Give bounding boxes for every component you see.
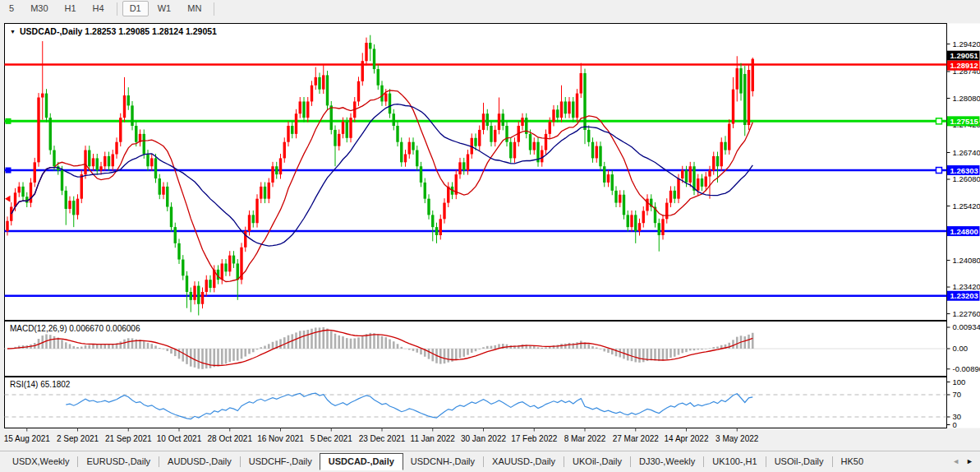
candle[interactable] (732, 90, 734, 124)
candle[interactable] (408, 142, 411, 155)
candle[interactable] (724, 142, 726, 150)
candle[interactable] (373, 49, 375, 69)
candle[interactable] (439, 219, 442, 235)
candle[interactable] (642, 211, 645, 223)
candle[interactable] (237, 263, 239, 280)
candle[interactable] (736, 68, 738, 90)
candle[interactable] (131, 105, 133, 126)
candle[interactable] (404, 154, 407, 162)
candle[interactable] (135, 126, 137, 142)
candle[interactable] (318, 77, 320, 90)
candle[interactable] (596, 146, 598, 159)
candle[interactable] (30, 183, 32, 203)
candle[interactable] (174, 227, 177, 243)
candle[interactable] (627, 215, 629, 227)
candle[interactable] (748, 70, 750, 125)
tab-usdchf[interactable]: USDCHF-,Daily (242, 454, 320, 470)
candle[interactable] (260, 187, 262, 199)
candle[interactable] (88, 150, 90, 167)
candle[interactable] (494, 130, 496, 142)
candle[interactable] (84, 150, 86, 175)
candle[interactable] (689, 166, 692, 183)
candle[interactable] (252, 215, 255, 223)
candle[interactable] (279, 158, 282, 174)
candle[interactable] (572, 101, 574, 118)
candle[interactable] (369, 43, 371, 49)
candle[interactable] (342, 122, 344, 134)
candle[interactable] (224, 263, 227, 271)
tab-eurusd[interactable]: EURUSD-,Daily (79, 454, 158, 470)
candle[interactable] (646, 199, 648, 211)
tab-audusd[interactable]: AUDUSD-,Daily (160, 454, 239, 470)
candle[interactable] (752, 59, 754, 91)
tab-usdcad[interactable]: USDCAD-,Daily (320, 453, 403, 470)
candle[interactable] (322, 75, 324, 89)
candle[interactable] (302, 101, 305, 118)
candle[interactable] (384, 94, 387, 102)
tab-dj30[interactable]: DJ30-,Weekly (632, 454, 702, 470)
candle[interactable] (587, 130, 590, 142)
candle[interactable] (221, 263, 223, 280)
timeframe-button-d1[interactable]: D1 (122, 1, 149, 16)
candle[interactable] (123, 95, 126, 118)
candle[interactable] (81, 174, 83, 199)
tab-usdcnh[interactable]: USDCNH-,Daily (403, 454, 482, 470)
candle[interactable] (607, 174, 610, 183)
candle[interactable] (708, 170, 711, 176)
candle[interactable] (248, 215, 251, 231)
candle[interactable] (583, 73, 586, 130)
candle[interactable] (61, 170, 63, 191)
candle[interactable] (232, 256, 235, 264)
candle[interactable] (638, 223, 641, 231)
candle[interactable] (498, 113, 500, 130)
candle[interactable] (576, 94, 578, 118)
candle[interactable] (529, 134, 531, 150)
candle[interactable] (513, 142, 516, 159)
candle[interactable] (177, 243, 180, 260)
candle[interactable] (486, 113, 489, 126)
candle[interactable] (393, 113, 395, 126)
candle[interactable] (228, 256, 231, 272)
candle[interactable] (739, 68, 742, 94)
candle[interactable] (99, 166, 102, 170)
candle[interactable] (143, 134, 145, 155)
candle[interactable] (326, 75, 329, 105)
candle[interactable] (478, 130, 481, 146)
candle[interactable] (380, 86, 383, 102)
candle[interactable] (705, 177, 707, 187)
candle[interactable] (521, 118, 523, 126)
candle[interactable] (623, 195, 625, 215)
candle[interactable] (330, 105, 333, 130)
candle[interactable] (65, 191, 67, 209)
candle[interactable] (162, 187, 164, 195)
candle[interactable] (502, 113, 504, 126)
candle[interactable] (720, 142, 723, 167)
candle[interactable] (568, 101, 570, 113)
candle[interactable] (462, 162, 465, 170)
main-pane[interactable] (5, 24, 947, 321)
candle[interactable] (275, 166, 278, 174)
price-chart-svg[interactable]: 1.294201.287401.280801.274201.267401.260… (0, 19, 980, 450)
candle[interactable] (283, 142, 286, 159)
candle[interactable] (482, 113, 485, 130)
candle[interactable] (255, 199, 258, 224)
candle[interactable] (193, 286, 196, 300)
tab-ukoil[interactable]: UKOil-,Daily (565, 454, 629, 470)
candle[interactable] (306, 101, 309, 118)
candle[interactable] (619, 195, 621, 203)
candle[interactable] (474, 138, 476, 146)
candle[interactable] (743, 74, 746, 125)
candle[interactable] (431, 215, 434, 227)
candle[interactable] (505, 126, 508, 142)
candle[interactable] (564, 101, 567, 113)
candle[interactable] (533, 142, 536, 150)
candle[interactable] (287, 126, 289, 142)
candle[interactable] (591, 142, 594, 159)
candle[interactable] (201, 292, 204, 304)
chart-area[interactable]: 1.294201.287401.280801.274201.267401.260… (0, 19, 980, 450)
candle[interactable] (681, 170, 683, 178)
candle[interactable] (264, 187, 266, 199)
candle[interactable] (295, 113, 297, 134)
candle[interactable] (377, 69, 380, 86)
candle[interactable] (420, 166, 422, 183)
